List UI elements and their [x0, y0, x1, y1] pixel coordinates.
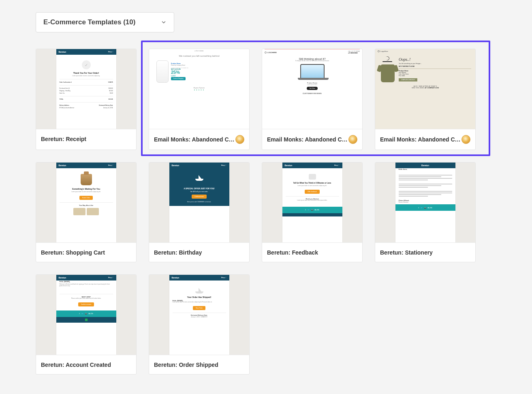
card-title: Beretun: Order Shipped [154, 362, 218, 368]
author-badge-icon [461, 135, 470, 144]
author-badge-icon [235, 135, 244, 144]
card-title: Beretun: Receipt [41, 136, 86, 142]
card-title: Beretun: Birthday [154, 249, 202, 256]
card-title: Beretun: Stationery [380, 249, 433, 256]
template-card[interactable]: BeretunShop 🛒 Your Order Has Shipped! He… [149, 274, 250, 375]
template-preview: BeretunShop 🛒 A SPECIAL OFFER JUST FOR Y… [149, 163, 249, 242]
template-card[interactable]: LOGOHERECALL US TO ORDER+01 00000 00000 … [262, 49, 363, 150]
card-title: Email Monks: Abandoned Cart 3 [380, 136, 461, 143]
author-badge-icon [348, 135, 357, 144]
template-card[interactable]: Beretun Hello there, Clinton Wilmott Own… [375, 162, 476, 262]
template-preview: LogoHere Oops..! You left something on y… [375, 49, 475, 129]
category-dropdown[interactable]: E-Commerce Templates (10) [36, 12, 174, 32]
template-card[interactable]: LogoHere Oops..! You left something on y… [375, 49, 476, 150]
template-preview: BeretunShop 🛒 Hello {NAME}, Welcome to B… [36, 275, 136, 355]
template-preview: BeretunShop 🛒 ✓ Thank You For Your Order… [36, 49, 136, 129]
template-preview: BeretunShop 🛒 Tell Us What You Think in … [262, 163, 362, 242]
template-card[interactable]: LOGO HERE We noticed you left something … [149, 49, 250, 150]
template-preview: BeretunShop 🛒 Something's Waiting For Yo… [36, 163, 136, 242]
card-title: Email Monks: Abandoned Cart 2 [154, 136, 235, 143]
template-card[interactable]: BeretunShop 🛒 Hello {NAME}, Welcome to B… [36, 274, 137, 375]
template-card[interactable]: BeretunShop 🛒 Something's Waiting For Yo… [36, 162, 137, 262]
template-preview: BeretunShop 🛒 Your Order Has Shipped! He… [149, 275, 249, 355]
card-title: Email Monks: Abandoned Cart 1 [267, 136, 348, 143]
card-title: Beretun: Shopping Cart [41, 249, 105, 256]
card-title: Beretun: Account Created [41, 362, 111, 368]
template-card[interactable]: BeretunShop 🛒 A SPECIAL OFFER JUST FOR Y… [149, 162, 250, 262]
template-preview: LOGOHERECALL US TO ORDER+01 00000 00000 … [262, 49, 362, 129]
dropdown-label: E-Commerce Templates (10) [43, 18, 135, 26]
chevron-down-icon [161, 19, 167, 25]
template-card[interactable]: BeretunShop 🛒 ✓ Thank You For Your Order… [36, 49, 137, 150]
template-card[interactable]: BeretunShop 🛒 Tell Us What You Think in … [262, 162, 363, 262]
template-preview: Beretun Hello there, Clinton Wilmott Own… [375, 163, 475, 242]
template-grid: BeretunShop 🛒 ✓ Thank You For Your Order… [36, 49, 496, 375]
card-title: Beretun: Feedback [267, 249, 318, 256]
template-preview: LOGO HERE We noticed you left something … [149, 49, 249, 129]
